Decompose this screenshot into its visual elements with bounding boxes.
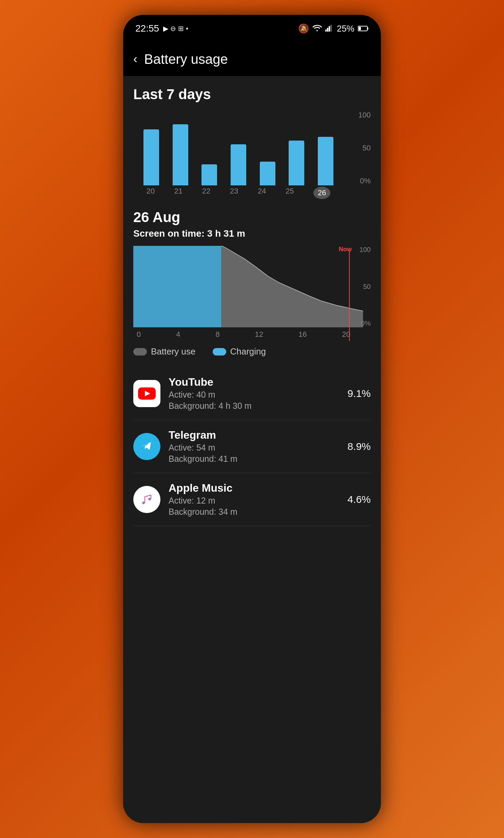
svg-rect-3 bbox=[330, 25, 332, 32]
extra-icon: ⊞ bbox=[178, 24, 184, 33]
telegram-info: Telegram Active: 54 m Background: 41 m bbox=[168, 429, 340, 464]
telegram-name: Telegram bbox=[168, 429, 340, 441]
x-label-20: 20 bbox=[146, 187, 155, 199]
bars-container bbox=[133, 111, 344, 185]
apple-music-percent: 4.6% bbox=[348, 494, 371, 505]
status-time: 22:55 bbox=[135, 23, 159, 34]
status-right: 🔕 25% bbox=[298, 23, 369, 34]
svg-rect-5 bbox=[367, 28, 368, 30]
telegram-background: Background: 41 m bbox=[168, 454, 340, 464]
x-4: 4 bbox=[176, 330, 180, 339]
weekly-title: Last 7 days bbox=[133, 86, 371, 103]
content-area: Last 7 days 100 50 0% bbox=[123, 76, 381, 823]
svg-rect-0 bbox=[325, 30, 327, 32]
telegram-icon bbox=[133, 433, 160, 460]
youtube-info: YouTube Active: 40 m Background: 4 h 30 … bbox=[168, 376, 340, 411]
legend-charging: Charging bbox=[213, 346, 266, 357]
battery-use-label: Battery use bbox=[151, 346, 196, 357]
media-icon: ▶ bbox=[163, 24, 168, 33]
phone-screen: 22:55 ▶ ⊖ ⊞ • 🔕 bbox=[123, 15, 381, 823]
weekly-section: Last 7 days 100 50 0% bbox=[133, 86, 371, 199]
x-labels: 20 21 22 23 24 25 26 bbox=[133, 187, 344, 199]
bar-24 bbox=[260, 161, 275, 185]
charging-label: Charging bbox=[230, 346, 266, 357]
x-label-26-active[interactable]: 26 bbox=[313, 187, 330, 199]
dnd-icon: ⊖ bbox=[170, 24, 176, 33]
now-label: Now bbox=[339, 246, 352, 253]
svg-point-12 bbox=[138, 491, 156, 508]
line-y-100: 100 bbox=[350, 246, 371, 254]
battery-use-indicator bbox=[133, 348, 147, 356]
status-left: 22:55 ▶ ⊖ ⊞ • bbox=[135, 23, 188, 34]
bar-chart: 100 50 0% bbox=[133, 111, 371, 199]
date-section: 26 Aug Screen on time: 3 h 31 m bbox=[133, 209, 371, 239]
svg-rect-6 bbox=[359, 27, 361, 30]
apple-music-active: Active: 12 m bbox=[168, 496, 340, 506]
bar-group-22 bbox=[201, 111, 217, 185]
line-chart: Now 100 50 0% 0 4 8 bbox=[133, 246, 371, 341]
svg-rect-2 bbox=[329, 26, 330, 32]
bar-group-21 bbox=[173, 111, 188, 185]
charging-indicator bbox=[213, 348, 226, 356]
bar-group-23 bbox=[231, 111, 246, 185]
legend-battery-use: Battery use bbox=[133, 346, 196, 357]
screen-time: Screen on time: 3 h 31 m bbox=[133, 228, 371, 239]
bar-23 bbox=[231, 144, 246, 185]
phone-frame: 22:55 ▶ ⊖ ⊞ • 🔕 bbox=[123, 15, 381, 823]
bar-group-20 bbox=[143, 111, 159, 185]
back-button[interactable]: ‹ bbox=[133, 52, 137, 66]
line-y-0: 0% bbox=[350, 320, 371, 327]
wifi-icon bbox=[312, 24, 322, 33]
page-header: ‹ Battery usage bbox=[123, 42, 381, 76]
line-chart-svg bbox=[133, 246, 371, 327]
x-label-24: 24 bbox=[258, 187, 266, 199]
y-50: 50 bbox=[347, 143, 371, 152]
youtube-percent: 9.1% bbox=[348, 388, 371, 399]
x-label-25: 25 bbox=[286, 187, 294, 199]
apple-music-icon bbox=[133, 486, 160, 513]
date-title: 26 Aug bbox=[133, 209, 371, 225]
battery-percent: 25% bbox=[337, 23, 355, 34]
app-item-youtube[interactable]: YouTube Active: 40 m Background: 4 h 30 … bbox=[133, 367, 371, 420]
x-12: 12 bbox=[255, 330, 263, 339]
y-0: 0% bbox=[347, 176, 371, 185]
line-chart-x-labels: 0 4 8 12 16 20 bbox=[133, 330, 350, 339]
battery-icon bbox=[358, 23, 369, 34]
bar-group-25 bbox=[289, 111, 304, 185]
bar-22 bbox=[201, 164, 217, 185]
mute-icon: 🔕 bbox=[298, 23, 309, 34]
x-label-23: 23 bbox=[230, 187, 238, 199]
youtube-icon bbox=[133, 380, 160, 407]
signal-icon bbox=[325, 24, 334, 33]
bar-20 bbox=[143, 130, 159, 185]
bar-group-24 bbox=[260, 111, 275, 185]
page-title: Battery usage bbox=[144, 52, 228, 67]
status-icons-left: ▶ ⊖ ⊞ • bbox=[163, 24, 188, 33]
chart-legend: Battery use Charging bbox=[133, 346, 371, 357]
bar-25 bbox=[289, 140, 304, 185]
x-label-21: 21 bbox=[174, 187, 182, 199]
app-item-apple-music[interactable]: Apple Music Active: 12 m Background: 34 … bbox=[133, 473, 371, 526]
dot-icon: • bbox=[186, 25, 188, 33]
x-8: 8 bbox=[215, 330, 219, 339]
x-label-22: 22 bbox=[202, 187, 210, 199]
app-item-telegram[interactable]: Telegram Active: 54 m Background: 41 m 8… bbox=[133, 420, 371, 473]
telegram-active: Active: 54 m bbox=[168, 443, 340, 452]
line-chart-y-axis: 100 50 0% bbox=[350, 246, 371, 327]
svg-rect-1 bbox=[327, 28, 328, 32]
svg-marker-7 bbox=[133, 246, 221, 327]
bar-21 bbox=[173, 124, 188, 185]
youtube-name: YouTube bbox=[168, 376, 340, 389]
bar-26 bbox=[318, 137, 334, 185]
apple-music-background: Background: 34 m bbox=[168, 507, 340, 517]
youtube-active: Active: 40 m bbox=[168, 390, 340, 400]
x-16: 16 bbox=[299, 330, 307, 339]
y-axis: 100 50 0% bbox=[347, 111, 371, 185]
x-0: 0 bbox=[137, 330, 141, 339]
bar-group-26 bbox=[318, 111, 334, 185]
line-y-50: 50 bbox=[350, 283, 371, 291]
telegram-percent: 8.9% bbox=[348, 441, 371, 452]
now-line bbox=[349, 251, 350, 341]
apple-music-info: Apple Music Active: 12 m Background: 34 … bbox=[168, 482, 340, 517]
youtube-background: Background: 4 h 30 m bbox=[168, 401, 340, 411]
